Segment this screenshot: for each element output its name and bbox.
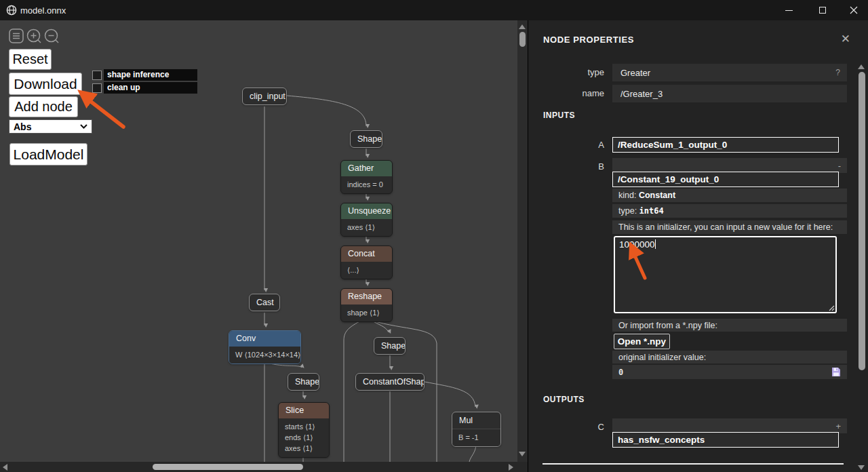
scroll-left-icon[interactable] [3,464,7,471]
canvas-hscroll-thumb[interactable] [153,464,303,470]
zoom-in-icon[interactable] [26,28,42,44]
maximize-icon [819,7,826,14]
graph-node-conv[interactable]: Conv W ⟨1024×3×14×14⟩ [229,330,301,364]
scroll-right-icon[interactable] [509,464,513,471]
inputs-heading: INPUTS [543,111,575,120]
close-icon [850,6,858,14]
zoom-out-icon[interactable] [44,28,60,44]
kind-row: kind: Constant [612,189,847,202]
name-field[interactable] [612,85,847,102]
graph-node-constantofshape[interactable]: ConstantOfShape [355,373,425,391]
npy-hint: Or import from a *.npy file: [618,321,717,330]
panel-scroll-down-icon[interactable] [858,465,865,470]
panel-scroll-thumb[interactable] [859,72,865,370]
input-b-header-row: - [612,158,847,173]
initializer-hint-row: This is an initializer, you can input a … [612,220,847,234]
graph-node-reshape[interactable]: Reshape shape ⟨1⟩ [340,288,393,322]
input-b-value[interactable] [612,172,839,187]
initializer-hint: This is an initializer, you can input a … [618,222,833,232]
graph-node-unsqueeze[interactable]: Unsqueeze axes ⟨1⟩ [340,203,393,237]
save-floppy-icon[interactable] [831,367,841,377]
load-model-button[interactable]: LoadModel [9,143,87,165]
canvas-vertical-scrollbar[interactable] [517,20,528,462]
npy-hint-row: Or import from a *.npy file: [612,319,847,332]
dtype-label: type: [618,206,637,216]
dtype-value: int64 [639,206,664,216]
dtype-row: type: int64 [612,204,847,218]
graph-node-gather[interactable]: Gather indices = 0 [340,160,393,194]
app-globe-icon [6,5,17,16]
graph-canvas[interactable]: Reset Download Add node Abs LoadModel sh… [0,20,528,472]
original-value-label: original initializer value: [618,353,706,362]
graph-node-shape-3[interactable]: Shape [374,337,406,355]
open-npy-button[interactable]: Open *.npy [614,334,670,349]
graph-node-slice[interactable]: Slice starts ⟨1⟩ ends ⟨1⟩ axes ⟨1⟩ [278,402,330,458]
graph-node-cast[interactable]: Cast [249,294,280,311]
graph-node-shape-1[interactable]: Shape [350,130,382,148]
annotation-arrow-value [622,241,656,283]
graph-node-concat[interactable]: Concat ⟨...⟩ [340,245,393,279]
type-help-icon[interactable]: ? [835,68,847,77]
outputs-heading: OUTPUTS [543,395,585,404]
section-divider [542,463,844,465]
original-value-row: 0 [612,365,847,379]
menu-icon[interactable] [9,28,24,43]
annotation-arrow-download [68,85,136,139]
title-bar: model.onnx [0,0,868,20]
canvas-horizontal-scrollbar[interactable] [0,462,528,472]
shape-inference-checkbox[interactable] [92,71,102,80]
output-c-label: C [539,422,604,432]
scroll-down-icon[interactable] [519,452,526,456]
shape-inference-label: shape inference [104,69,197,81]
panel-close-button[interactable]: ✕ [841,32,850,46]
kind-label: kind: [618,191,636,200]
panel-title: NODE PROPERTIES [543,35,634,45]
original-value: 0 [618,368,623,377]
scroll-up-icon[interactable] [519,24,526,29]
canvas-vscroll-thumb[interactable] [519,32,526,47]
reset-button[interactable]: Reset [9,49,52,70]
output-c-value[interactable] [612,432,839,448]
name-input[interactable] [612,89,847,99]
minimize-icon [785,10,793,11]
type-field[interactable]: ? [612,64,847,81]
node-properties-panel: NODE PROPERTIES ✕ type ? name INPUTS A B… [528,20,868,472]
panel-scroll-up-icon[interactable] [858,64,865,69]
shape-inference-option: shape inference [92,69,197,81]
remove-input-button[interactable]: - [838,161,841,171]
graph-node-mul[interactable]: Mul B = -1 [452,412,501,447]
add-output-button[interactable]: + [835,421,841,431]
window-title: model.onnx [20,5,66,16]
name-label: name [539,88,604,98]
kind-value: Constant [639,191,675,200]
node-type-selected: Abs [14,121,31,132]
close-window-button[interactable] [838,0,868,20]
input-a-value[interactable] [612,137,839,153]
input-a-label: A [539,140,604,150]
maximize-button[interactable] [807,0,838,20]
output-c-header-row: + [612,418,847,433]
minimize-button[interactable] [773,0,804,20]
input-b-label: B [539,161,604,172]
resize-handle-icon[interactable] [828,304,835,311]
type-label: type [539,67,604,77]
original-value-label-row: original initializer value: [612,351,847,363]
graph-node-shape-2[interactable]: Shape [288,373,319,391]
graph-node-clip-input[interactable]: clip_input [242,87,287,105]
type-input[interactable] [612,68,835,78]
